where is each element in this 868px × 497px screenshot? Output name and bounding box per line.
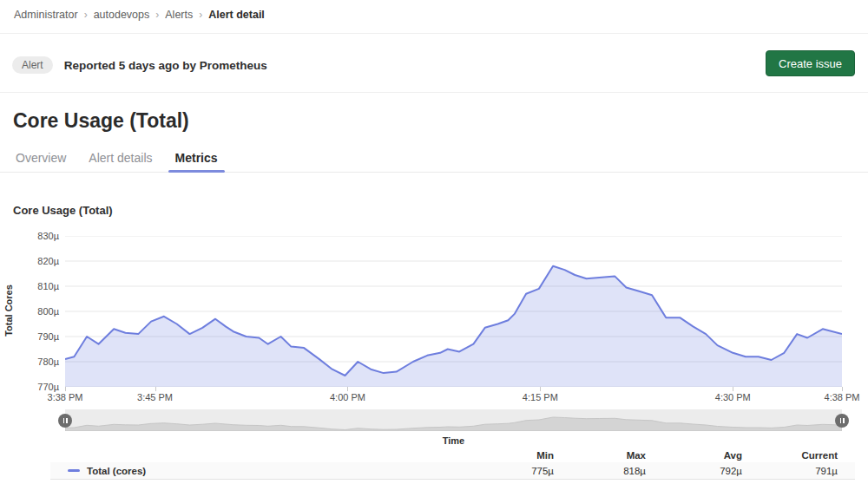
time-range-brush[interactable]: [65, 409, 842, 431]
x-tick-mark: [347, 387, 348, 391]
brush-mini-chart: [65, 417, 842, 431]
breadcrumb-separator: ›: [155, 9, 159, 21]
x-tick-label: 3:45 PM: [129, 392, 181, 402]
breadcrumb-item-alerts[interactable]: Alerts: [165, 9, 193, 21]
x-tick-label: 4:15 PM: [514, 392, 566, 402]
tab-alert-details[interactable]: Alert details: [82, 147, 159, 172]
legend-value-current: 791µ: [742, 466, 838, 476]
breadcrumb-separator: ›: [84, 9, 88, 21]
series-label: Total (cores): [87, 466, 146, 476]
series-color-swatch: [68, 469, 80, 472]
breadcrumb-item-autodevops[interactable]: autodevops: [94, 9, 150, 21]
legend-value-max: 818µ: [554, 466, 646, 476]
tab-metrics[interactable]: Metrics: [168, 147, 225, 172]
breadcrumb: Administrator›autodevops›Alerts›Alert de…: [14, 9, 265, 21]
breadcrumb-item-alert-detail: Alert detail: [208, 9, 265, 21]
metrics-area-chart[interactable]: [65, 236, 842, 387]
x-tick-mark: [733, 387, 733, 391]
legend-header-row: MinMaxAvgCurrent: [50, 448, 855, 462]
breadcrumb-item-administrator[interactable]: Administrator: [14, 9, 78, 21]
legend-series-row[interactable]: Total (cores)775µ818µ792µ791µ: [50, 462, 855, 480]
divider: [0, 92, 868, 93]
x-tick-label: 4:38 PM: [816, 392, 868, 402]
x-tick-label: 3:38 PM: [39, 392, 91, 402]
breadcrumb-separator: ›: [199, 9, 202, 21]
tab-overview[interactable]: Overview: [9, 147, 73, 172]
legend-header-avg: Avg: [646, 450, 742, 461]
x-tick-mark: [155, 387, 156, 391]
page-title: Core Usage (Total): [13, 109, 189, 133]
alert-detail-page: Administrator›autodevops›Alerts›Alert de…: [0, 0, 868, 497]
y-tick-label: 790µ: [20, 331, 59, 342]
y-tick-label: 820µ: [20, 256, 59, 266]
alert-status-badge: Alert: [12, 56, 53, 74]
divider: [0, 33, 868, 34]
x-tick-mark: [842, 387, 843, 391]
create-issue-button[interactable]: Create issue: [766, 50, 855, 76]
legend-value-min: 775µ: [462, 466, 554, 476]
legend-header-current: Current: [742, 450, 838, 461]
y-tick-label: 780µ: [20, 356, 59, 367]
reported-text: Reported 5 days ago by Prometheus: [64, 59, 267, 72]
legend-header-max: Max: [554, 450, 646, 461]
x-tick-label: 4:00 PM: [321, 392, 373, 402]
y-tick-label: 800µ: [20, 306, 59, 317]
y-tick-label: 830µ: [20, 231, 59, 241]
legend-table: MinMaxAvgCurrent Total (cores)775µ818µ79…: [50, 448, 855, 480]
alert-bar: Alert Reported 5 days ago by Prometheus …: [0, 49, 868, 82]
x-tick-mark: [540, 387, 541, 391]
legend-series-name: Total (cores): [50, 466, 462, 476]
x-axis-label: Time: [65, 435, 842, 446]
brush-handle-left[interactable]: [58, 414, 72, 428]
brush-handle-right[interactable]: [835, 414, 849, 428]
legend-header-min: Min: [462, 450, 554, 461]
legend-value-avg: 792µ: [646, 466, 742, 476]
x-tick-label: 4:30 PM: [707, 392, 759, 402]
y-tick-label: 770µ: [20, 382, 59, 392]
series-area-fill: [65, 266, 842, 387]
chart-title: Core Usage (Total): [13, 204, 113, 217]
y-axis-label: Total Cores: [3, 271, 14, 350]
x-tick-mark: [65, 387, 66, 391]
y-tick-label: 810µ: [20, 281, 59, 291]
tab-bar: OverviewAlert detailsMetrics: [0, 147, 868, 173]
